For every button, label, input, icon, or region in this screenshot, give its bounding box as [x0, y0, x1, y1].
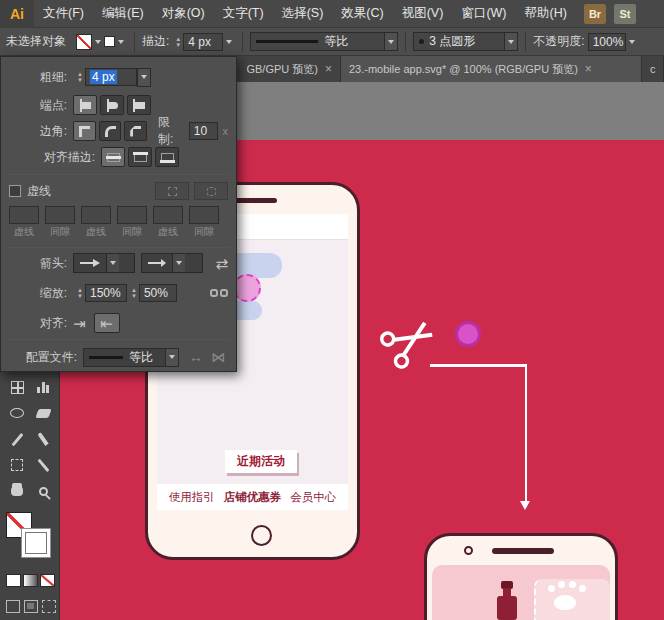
profile-line-icon [89, 356, 123, 359]
coupon-card[interactable] [534, 579, 610, 620]
bridge-button[interactable]: Br [584, 4, 606, 24]
weight-field[interactable]: 4 px [85, 68, 137, 86]
opacity-label[interactable]: 不透明度: [533, 33, 584, 50]
arrowhead-start-dropdown[interactable] [73, 253, 135, 273]
pencil-icon [11, 432, 23, 445]
eraser-tool[interactable] [31, 402, 55, 424]
close-icon[interactable]: × [325, 62, 332, 76]
stroke-label[interactable]: 描边: [142, 33, 169, 50]
free-transform-tool[interactable] [5, 454, 29, 476]
scale-start-stepper[interactable]: ▲▼ [77, 287, 83, 299]
stroke-swatch[interactable] [21, 528, 51, 558]
menu-window[interactable]: 窗口(W) [452, 0, 515, 28]
chevron-down-icon[interactable] [118, 40, 124, 44]
ellipse-tool[interactable] [5, 402, 29, 424]
phone1-bottom-nav[interactable]: 使用指引 店铺优惠券 会员中心 [157, 484, 348, 510]
align-tip-over-icon[interactable]: ⇥ [73, 316, 86, 331]
stroke-color-swatch[interactable] [104, 36, 115, 47]
document-tab-active[interactable]: 23.-mobile app.svg* @ 100% (RGB/GPU 预览) … [341, 56, 642, 82]
stroke-weight-stepper[interactable]: ▲▼ [175, 36, 181, 48]
butt-cap-button[interactable] [73, 95, 97, 115]
arrowheads-label: 箭头: [9, 255, 67, 272]
scale-end-stepper[interactable]: ▲▼ [131, 287, 137, 299]
draw-behind-button[interactable] [24, 600, 38, 613]
fill-none-swatch[interactable] [76, 34, 92, 50]
color-button[interactable] [6, 574, 21, 587]
round-cap-button[interactable] [100, 95, 124, 115]
gradient-button[interactable] [23, 574, 38, 587]
flip-across-icon[interactable]: ↔ [189, 350, 203, 364]
round-join-button[interactable] [99, 121, 122, 141]
document-tab[interactable]: c [642, 56, 664, 82]
paw-icon [548, 585, 555, 592]
cut-path-vertical[interactable] [525, 364, 528, 502]
selected-circle-object[interactable] [233, 274, 261, 302]
cap-label: 端点: [9, 97, 67, 114]
chevron-down-icon[interactable] [226, 40, 232, 44]
pencil-tool[interactable] [5, 428, 29, 450]
ellipse-icon [10, 408, 24, 418]
swap-arrowheads-icon[interactable]: ⇄ [215, 256, 228, 271]
limit-field[interactable]: 10 [189, 122, 218, 140]
stroke-weight-field[interactable]: 4 px [183, 33, 223, 51]
menu-file[interactable]: 文件(F) [34, 0, 93, 28]
menu-select[interactable]: 选择(S) [273, 0, 333, 28]
opacity-field[interactable]: 100% [588, 33, 626, 51]
brush-dropdown[interactable]: 3 点圆形 [413, 32, 518, 51]
scale-start-field[interactable]: 150% [85, 284, 127, 302]
transform-icon [11, 459, 23, 471]
menu-help[interactable]: 帮助(H) [516, 0, 576, 28]
none-button[interactable] [40, 574, 55, 587]
draw-inside-button[interactable] [42, 600, 56, 613]
weight-row: 粗细: ▲▼ 4 px [9, 67, 228, 87]
gap-label: 间隙 [189, 225, 219, 239]
align-label: 对齐: [9, 315, 67, 332]
close-icon[interactable]: × [585, 62, 592, 76]
chevron-down-icon[interactable] [629, 40, 635, 44]
cut-path-horizontal[interactable] [430, 364, 527, 367]
miter-join-button[interactable] [73, 121, 96, 141]
stepper-down-icon: ▼ [77, 293, 83, 299]
paw-icon [558, 581, 565, 588]
align-tip-at-button[interactable]: ⇤ [94, 313, 120, 333]
stock-button[interactable]: St [614, 4, 636, 24]
weight-stepper[interactable]: ▲▼ [77, 71, 83, 83]
scale-end-field[interactable]: 50% [139, 284, 177, 302]
magenta-circle-object[interactable] [455, 321, 481, 347]
dash-fields-row [9, 205, 228, 225]
align-stroke-outside-button[interactable] [155, 147, 179, 167]
align-dash-button[interactable] [194, 182, 228, 200]
blob-brush-tool[interactable] [31, 428, 55, 450]
zoom-tool[interactable] [31, 480, 55, 502]
column-graph-tool[interactable] [31, 376, 55, 398]
menu-edit[interactable]: 编辑(E) [93, 0, 153, 28]
width-profile-dropdown[interactable]: 等比 [250, 32, 398, 51]
dash-field [9, 206, 39, 224]
weight-label: 粗细: [9, 69, 67, 86]
dashed-line-checkbox[interactable] [9, 185, 21, 197]
menu-object[interactable]: 对象(O) [153, 0, 214, 28]
menu-effect[interactable]: 效果(C) [332, 0, 392, 28]
chevron-down-icon[interactable] [95, 40, 101, 44]
stroke-color-dropdown [115, 33, 127, 51]
menu-bar: Ai 文件(F) 编辑(E) 对象(O) 文字(T) 选择(S) 效果(C) 视… [0, 0, 664, 28]
menu-view[interactable]: 视图(V) [393, 0, 453, 28]
perspective-grid-tool[interactable] [5, 376, 29, 398]
arrowhead-end-dropdown[interactable] [141, 253, 203, 273]
activity-badge[interactable]: 近期活动 [225, 450, 297, 473]
bevel-join-button[interactable] [124, 121, 147, 141]
draw-normal-button[interactable] [6, 600, 20, 613]
arrow-icon [161, 259, 166, 267]
hand-tool[interactable] [5, 480, 29, 502]
link-scale-icon[interactable] [210, 289, 228, 297]
projecting-cap-button[interactable] [127, 95, 151, 115]
tab-title: GB/GPU 预览) [246, 62, 318, 77]
shaper-tool[interactable] [31, 454, 55, 476]
flip-along-icon[interactable]: ⋈ [211, 350, 225, 364]
menu-type[interactable]: 文字(T) [214, 0, 273, 28]
preserve-dash-button[interactable] [155, 182, 189, 200]
align-stroke-center-button[interactable] [101, 147, 125, 167]
profile-dropdown[interactable]: 等比 [83, 348, 179, 367]
align-stroke-inside-button[interactable] [128, 147, 152, 167]
weight-dropdown[interactable] [137, 68, 151, 87]
